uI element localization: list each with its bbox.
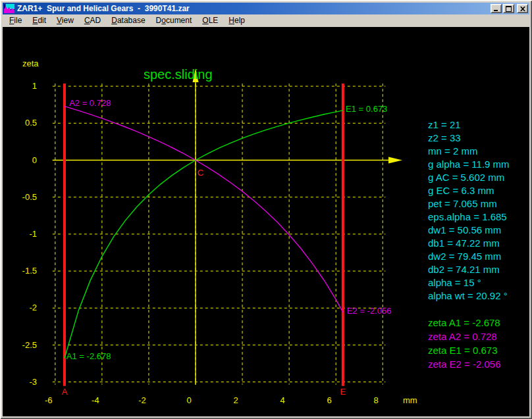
annotation-A2: A2 = 0.728 bbox=[69, 98, 111, 108]
minimize-button[interactable] bbox=[491, 4, 502, 13]
gear-results-panel: z1 = 21z2 = 33mn = 2 mmg alpha = 11.9 mm… bbox=[428, 118, 510, 303]
menu-item-help[interactable]: Help bbox=[223, 14, 250, 27]
x-tick-label: 6 bbox=[327, 395, 332, 405]
zeta-results-panel: zeta A1 = -2.678zeta A2 = 0.728zeta E1 =… bbox=[428, 316, 501, 371]
y-tick-label: -1.5 bbox=[22, 266, 37, 276]
curve-zeta2 bbox=[65, 107, 343, 312]
zeta-result-line: zeta A2 = 0.728 bbox=[428, 330, 501, 343]
y-tick-label: 0 bbox=[32, 155, 37, 165]
result-line: g AC = 5.602 mm bbox=[428, 171, 510, 184]
maximize-button[interactable] bbox=[503, 4, 514, 13]
result-line: eps.alpha = 1.685 bbox=[428, 210, 510, 224]
result-line: dw1 = 50.56 mm bbox=[428, 224, 510, 237]
y-tick-label: -2 bbox=[29, 303, 37, 312]
menu-item-view[interactable]: View bbox=[51, 14, 79, 27]
result-line: g alpha = 11.9 mm bbox=[428, 158, 510, 171]
result-line: db2 = 74.21 mm bbox=[428, 263, 510, 276]
menu-item-ole[interactable]: OLE bbox=[197, 14, 223, 27]
result-line: db1 = 47.22 mm bbox=[428, 237, 510, 250]
result-line: alpha wt = 20.92 ° bbox=[428, 289, 510, 303]
y-tick-label: -2.5 bbox=[22, 340, 37, 350]
result-line: z1 = 21 bbox=[428, 118, 510, 132]
menubar: FileEditViewCADDatabaseDocumentOLEHelp bbox=[3, 14, 529, 27]
result-line: alpha = 15 ° bbox=[428, 276, 510, 289]
result-line: pet = 7.065 mm bbox=[428, 197, 510, 210]
zeta-result-line: zeta A1 = -2.678 bbox=[428, 316, 501, 330]
annotation-E2: E2 = -2.056 bbox=[347, 306, 392, 316]
y-tick-label: -3 bbox=[29, 377, 37, 387]
chart-title: spec.sliding bbox=[144, 67, 213, 82]
x-tick-label: 4 bbox=[280, 395, 285, 405]
menu-item-database[interactable]: Database bbox=[106, 14, 150, 27]
x-tick-label: -6 bbox=[45, 395, 53, 405]
y-tick-label: -0.5 bbox=[22, 192, 37, 202]
x-tick-label: 2 bbox=[233, 395, 238, 405]
minimize-icon bbox=[493, 6, 499, 12]
app-icon bbox=[4, 4, 14, 13]
menu-item-edit[interactable]: Edit bbox=[27, 14, 51, 27]
menu-item-document[interactable]: Document bbox=[151, 14, 198, 27]
app-window: ZAR1+ Spur and Helical Gears - 3990T41.z… bbox=[0, 0, 532, 419]
vline-label-E: E bbox=[340, 387, 346, 397]
close-icon bbox=[520, 7, 525, 11]
x-tick-label: 0 bbox=[186, 395, 191, 405]
window-title: ZAR1+ Spur and Helical Gears - 3990T41.z… bbox=[17, 3, 489, 14]
zeta-result-line: zeta E1 = 0.673 bbox=[428, 343, 501, 357]
y-tick-label: -1 bbox=[29, 229, 37, 239]
y-axis-title: zeta bbox=[22, 59, 39, 68]
annotation-A1: A1 = -2.678 bbox=[66, 351, 111, 361]
result-line: dw2 = 79.45 mm bbox=[428, 250, 510, 263]
x-tick-label: -2 bbox=[138, 395, 146, 405]
window-controls bbox=[489, 4, 528, 13]
zar1-app-icon bbox=[4, 4, 14, 13]
y-tick-label: 1 bbox=[32, 81, 37, 91]
y-tick-label: 0.5 bbox=[25, 118, 37, 128]
vline-label-A: A bbox=[62, 387, 68, 397]
chart-client-area: AE10.50-0.5-1-1.5-2-2.5-3-6-4-202468mmze… bbox=[3, 27, 529, 416]
result-line: mn = 2 mm bbox=[428, 145, 510, 158]
x-tick-label: -4 bbox=[92, 395, 99, 405]
x-axis-unit-label: mm bbox=[403, 395, 417, 405]
x-tick-label: 8 bbox=[374, 395, 379, 405]
result-line: g EC = 6.3 mm bbox=[428, 184, 510, 197]
annotation-E1: E1 = 0.673 bbox=[346, 104, 387, 114]
annotation-C: C bbox=[198, 168, 203, 178]
titlebar[interactable]: ZAR1+ Spur and Helical Gears - 3990T41.z… bbox=[3, 3, 529, 14]
menu-item-file[interactable]: File bbox=[4, 14, 27, 27]
zeta-result-line: zeta E2 = -2.056 bbox=[428, 357, 501, 371]
result-line: z2 = 33 bbox=[428, 132, 510, 145]
menu-item-cad[interactable]: CAD bbox=[79, 14, 106, 27]
close-button[interactable] bbox=[517, 4, 528, 13]
x-axis-arrow-icon bbox=[388, 157, 402, 164]
maximize-icon bbox=[506, 6, 512, 12]
